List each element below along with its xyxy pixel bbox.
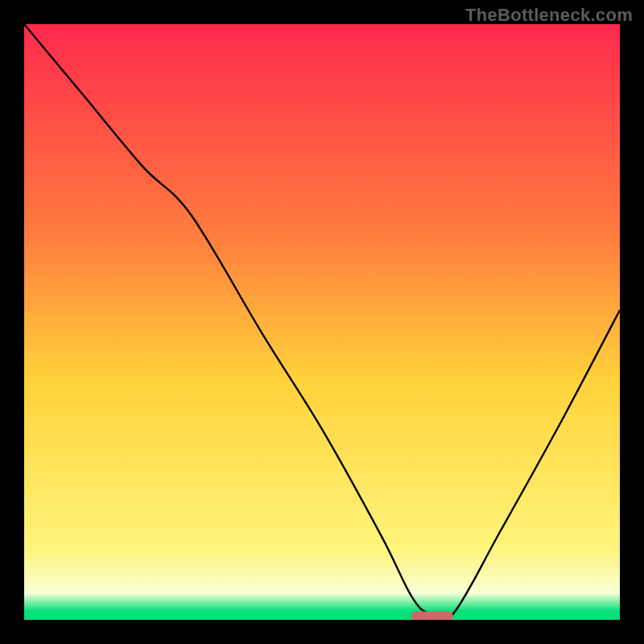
plot-area — [24, 24, 620, 620]
watermark-text: TheBottleneck.com — [465, 5, 633, 26]
optimal-marker — [411, 612, 453, 620]
chart-frame: TheBottleneck.com — [0, 0, 644, 644]
bottleneck-chart — [24, 24, 620, 620]
gradient-background — [24, 24, 620, 620]
